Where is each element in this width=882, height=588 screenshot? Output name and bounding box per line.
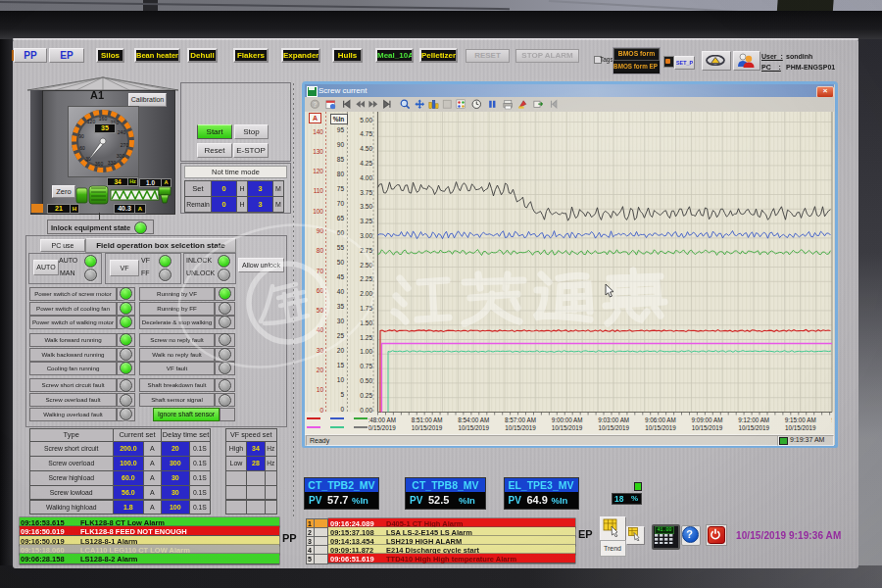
svg-text:?: ?	[313, 100, 317, 107]
svg-text:330: 330	[108, 160, 117, 166]
svg-text:300: 300	[117, 153, 125, 159]
svg-text:60: 60	[79, 145, 85, 151]
svg-text:160: 160	[99, 116, 108, 122]
svg-text:360: 360	[95, 161, 104, 167]
svg-text:90: 90	[78, 133, 84, 139]
svg-text:270: 270	[121, 142, 129, 148]
svg-text:240: 240	[118, 129, 126, 135]
